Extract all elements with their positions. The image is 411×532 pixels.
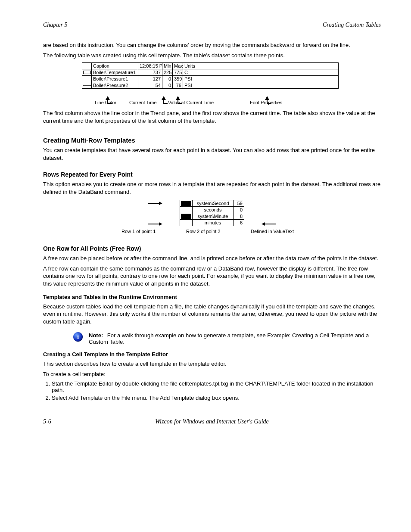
- list-item: Start the Template Editor by double-clic…: [52, 380, 381, 393]
- body-text: Because custom tables load the cell temp…: [43, 303, 381, 326]
- page-header: Chapter 5 Creating Custom Tables: [43, 22, 381, 28]
- table-example-2: system\Second 59 seconds 0 system\Minute…: [180, 200, 244, 226]
- body-text: You can create templates that have sever…: [43, 146, 381, 162]
- color-swatch: [181, 201, 191, 206]
- note-text: For a walk through example on how to gen…: [89, 332, 369, 345]
- body-text: This option enables you to create one or…: [43, 180, 381, 196]
- footer-page-number: 5-6: [43, 418, 95, 425]
- body-text: To create a cell template:: [43, 370, 381, 378]
- table-row: Boiler\Temperature1 737 225 775 C: [82, 69, 339, 76]
- list-item: Select Add Template on the File menu. Th…: [52, 395, 381, 401]
- table-row: seconds 0: [180, 207, 244, 213]
- body-text: The following table was created using th…: [43, 52, 381, 59]
- line-color-swatch: [83, 79, 91, 79]
- body-text: are based on this instruction. You can c…: [43, 41, 381, 49]
- table-row: system\Second 59: [180, 200, 244, 207]
- body-text: A free row can contain the same commands…: [43, 265, 381, 288]
- body-text: The first column shows the line color in…: [43, 109, 381, 124]
- subsection-heading: Creating a Cell Template in the Template…: [43, 351, 381, 358]
- note-block: i Note: For a walk through example on ho…: [73, 332, 381, 345]
- color-swatch: [181, 220, 191, 225]
- header-chapter: Chapter 5: [43, 22, 323, 28]
- table-row: Boiler\Pressure2 54 0 76 PSI: [82, 82, 339, 89]
- col-caption: Caption: [92, 63, 138, 69]
- col-max: Max: [173, 63, 183, 69]
- body-text: This section describes how to create a c…: [43, 360, 381, 368]
- line-color-swatch: [83, 71, 91, 74]
- arrow-annotations: [82, 90, 339, 100]
- col-time: 12:08:15 PM: [138, 63, 162, 69]
- col-units: Units: [183, 63, 339, 69]
- subsection-heading: One Row for All Points (Free Row): [43, 245, 381, 252]
- table-row: minutes 6: [180, 220, 244, 226]
- up-arrow-icon: [106, 96, 110, 100]
- color-swatch: [181, 214, 191, 219]
- body-text: A free row can be placed before or after…: [43, 255, 381, 262]
- steps-list: Start the Template Editor by double-clic…: [52, 380, 381, 401]
- table2-annotations: Row 1 of point 1 Row 2 of point 2 Define…: [121, 229, 302, 236]
- table-row: system\Minute 8: [180, 213, 244, 220]
- header-title: Creating Custom Tables: [323, 22, 381, 28]
- table-example-1: Caption 12:08:15 PM Min Max Units Boiler…: [82, 62, 381, 89]
- table-row: Caption 12:08:15 PM Min Max Units: [82, 63, 339, 69]
- note-label: Note:: [89, 332, 103, 339]
- table-row: Boiler\Pressure1 127 0 359 PSI: [82, 76, 339, 82]
- subsection-heading: Templates and Tables in the Runtime Envi…: [43, 294, 381, 300]
- footer-title: Wizcon for Windows and Internet User's G…: [95, 418, 329, 425]
- up-arrow-icon: [176, 96, 180, 100]
- color-swatch: [181, 207, 191, 212]
- line-color-swatch: [83, 85, 91, 86]
- col-min: Min: [162, 63, 173, 69]
- info-icon: i: [73, 332, 83, 342]
- section-heading: Creating Multi-Row Templates: [43, 137, 381, 144]
- page-footer: 5-6 Wizcon for Windows and Internet User…: [43, 418, 381, 425]
- up-arrow-icon: [162, 96, 166, 100]
- up-arrow-icon: [265, 96, 269, 100]
- subsection-heading: Rows Repeated for Every Point: [43, 171, 381, 178]
- arrow-labels: Line Color Current Time Value at Current…: [82, 100, 339, 107]
